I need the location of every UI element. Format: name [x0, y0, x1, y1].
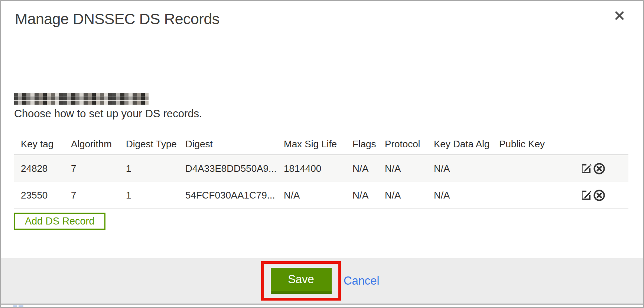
column-header-flags: Flags	[346, 138, 378, 150]
digest-value: 54FCF030AA1C79...	[179, 190, 277, 201]
close-button[interactable]	[612, 9, 627, 24]
cancel-link[interactable]: Cancel	[344, 258, 380, 304]
table-row: 24828 7 1 D4A33E8DD550A9... 1814400 N/A …	[14, 154, 628, 182]
protocol-value: N/A	[378, 163, 427, 174]
setup-instruction-text: Choose how to set up your DS records.	[14, 108, 202, 120]
digest-value: D4A33E8DD550A9...	[179, 163, 277, 174]
background-page-fragment	[19, 305, 23, 308]
background-page-fragment	[13, 305, 17, 308]
flags-value: N/A	[346, 190, 378, 201]
table-row: 23550 7 1 54FCF030AA1C79... N/A N/A N/A …	[14, 182, 628, 209]
dialog-bottom-border	[1, 304, 643, 305]
row-actions	[582, 189, 628, 201]
domain-name-redacted	[14, 93, 149, 105]
column-header-key-data-alg: Key Data Alg	[427, 138, 492, 150]
algorithm-value: 7	[64, 190, 119, 201]
digest-type-value: 1	[119, 163, 179, 174]
edit-record-icon[interactable]	[582, 189, 592, 201]
column-header-public-key: Public Key	[492, 138, 582, 150]
max-sig-life-value: N/A	[277, 190, 346, 201]
close-icon	[614, 10, 625, 23]
column-header-algorithm: Algorithm	[64, 138, 119, 150]
add-ds-record-button[interactable]: Add DS Record	[14, 213, 105, 230]
column-header-key-tag: Key tag	[14, 138, 64, 150]
key-tag-value: 24828	[14, 163, 64, 174]
column-header-digest-type: Digest Type	[119, 138, 179, 150]
column-header-max-sig-life: Max Sig Life	[277, 138, 346, 150]
save-button-highlight-box: Save	[261, 261, 341, 301]
delete-record-icon[interactable]	[593, 163, 605, 175]
edit-record-icon[interactable]	[582, 163, 592, 175]
save-button[interactable]: Save	[271, 268, 332, 294]
protocol-value: N/A	[378, 190, 427, 201]
row-actions	[582, 163, 628, 175]
key-tag-value: 23550	[14, 190, 64, 201]
key-data-alg-value: N/A	[427, 190, 492, 201]
table-header-row: Key tag Algorithm Digest Type Digest Max…	[14, 130, 628, 154]
max-sig-life-value: 1814400	[277, 163, 346, 174]
key-data-alg-value: N/A	[427, 163, 492, 174]
algorithm-value: 7	[64, 163, 119, 174]
dialog-title: Manage DNSSEC DS Records	[15, 10, 219, 28]
flags-value: N/A	[346, 163, 378, 174]
column-header-protocol: Protocol	[378, 138, 427, 150]
delete-record-icon[interactable]	[593, 189, 605, 201]
column-header-digest: Digest	[179, 138, 277, 150]
ds-records-table: Key tag Algorithm Digest Type Digest Max…	[14, 130, 628, 209]
digest-type-value: 1	[119, 190, 179, 201]
